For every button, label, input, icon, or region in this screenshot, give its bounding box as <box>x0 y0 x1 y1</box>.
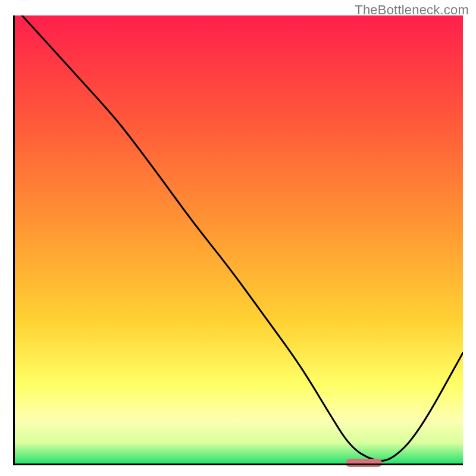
plot-background <box>13 15 463 465</box>
x-axis <box>13 464 463 465</box>
plot-area <box>13 15 463 465</box>
chart-stage: TheBottleneck.com <box>0 0 476 476</box>
svg-rect-0 <box>13 15 463 465</box>
y-axis <box>13 15 15 465</box>
